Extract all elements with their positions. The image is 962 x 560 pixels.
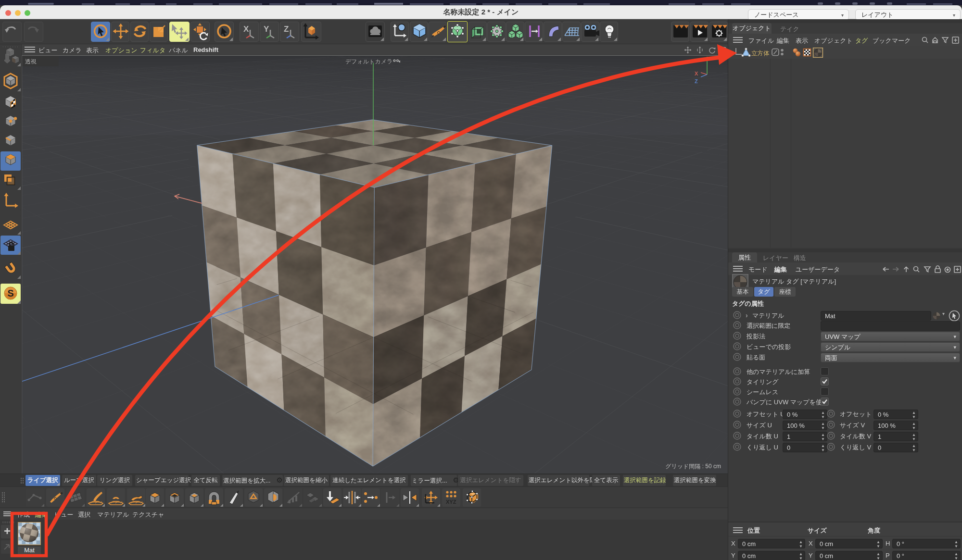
- svg-text:X: X: [243, 25, 249, 34]
- svg-text:Z: Z: [695, 78, 698, 84]
- svg-text:XYZ: XYZ: [446, 499, 456, 505]
- svg-text:Y: Y: [706, 57, 709, 60]
- svg-text:X: X: [695, 71, 698, 76]
- svg-text:Z: Z: [284, 25, 289, 34]
- svg-text:Y: Y: [264, 25, 269, 34]
- svg-text:S: S: [8, 288, 14, 299]
